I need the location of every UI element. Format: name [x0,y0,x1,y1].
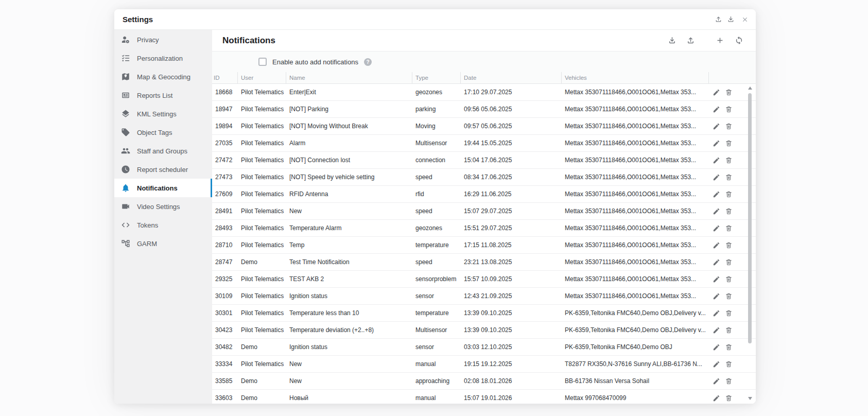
table-row[interactable]: 28710 Pilot Telematics Temp temperature … [212,237,756,254]
sidebar-item-notifications[interactable]: Notifications [114,179,212,197]
cell-type: rfid [412,190,461,198]
sidebar-item-reports-list[interactable]: Reports List [114,86,212,105]
table-scrollbar[interactable] [748,85,752,402]
download-icon[interactable] [668,36,676,45]
edit-icon[interactable] [713,292,720,300]
table-row[interactable]: 33585 Demo New approaching 02:08 18.01.2… [212,373,756,390]
table-row[interactable]: 33334 Pilot Telematics New manual 19:15 … [212,356,756,373]
delete-icon[interactable] [725,343,733,351]
sidebar-item-privacy[interactable]: Privacy [114,30,212,49]
cell-name: Temperature deviation (+2..+8) [286,326,412,334]
sidebar-item-personalization[interactable]: Personalization [114,49,212,67]
column-header-id[interactable]: ID [212,72,238,83]
panel-header: Notifications [212,30,756,51]
scroll-up-icon[interactable] [748,86,752,90]
cell-type: manual [412,360,461,368]
table-row[interactable]: 19894 Pilot Telematics [NOT] Moving With… [212,118,756,135]
delete-icon[interactable] [725,292,733,300]
cell-id: 27473 [212,174,238,181]
edit-icon[interactable] [713,140,720,147]
delete-icon[interactable] [725,207,733,215]
delete-icon[interactable] [725,123,733,130]
column-header-type[interactable]: Type [412,72,461,83]
cell-date: 02:08 18.01.2026 [461,377,562,385]
delete-icon[interactable] [725,190,733,198]
upload-icon[interactable] [686,36,695,45]
delete-icon[interactable] [725,241,733,249]
delete-icon[interactable] [725,140,733,147]
edit-icon[interactable] [713,258,720,266]
table-row[interactable]: 29325 Pilot Telematics TEST AKB 2 sensor… [212,271,756,288]
edit-icon[interactable] [713,190,720,198]
sidebar-item-garm[interactable]: GARM [114,234,212,253]
table-row[interactable]: 33603 Demo Новый manual 15:07 19.01.2026… [212,390,756,404]
sidebar-item-staff-groups[interactable]: Staff and Groups [114,142,212,160]
edit-icon[interactable] [713,106,720,113]
delete-icon[interactable] [725,377,733,385]
delete-icon[interactable] [725,275,733,283]
delete-icon[interactable] [725,106,733,113]
scrollbar-thumb[interactable] [748,93,752,343]
edit-icon[interactable] [713,394,720,402]
delete-icon[interactable] [725,224,733,232]
table-row[interactable]: 27472 Pilot Telematics [NOT] Connection … [212,152,756,169]
sidebar-item-tokens[interactable]: Tokens [114,216,212,234]
edit-icon[interactable] [713,377,720,385]
delete-icon[interactable] [725,89,733,96]
table-row[interactable]: 28493 Pilot Telematics Temperature Alarm… [212,220,756,237]
table-body: 18668 Pilot Telematics Enter|Exit geozon… [212,84,756,404]
cell-id: 18947 [212,106,238,113]
table-row[interactable]: 27609 Pilot Telematics RFID Antenna rfid… [212,186,756,203]
delete-icon[interactable] [725,326,733,334]
table-row[interactable]: 30301 Pilot Telematics Temperature less … [212,305,756,322]
edit-icon[interactable] [713,326,720,334]
table-row[interactable]: 27473 Pilot Telematics [NOT] Speed by ve… [212,169,756,186]
edit-icon[interactable] [713,343,720,351]
help-icon[interactable]: ? [364,58,372,66]
delete-icon[interactable] [725,309,733,317]
add-icon[interactable] [716,36,724,45]
column-header-user[interactable]: User [238,72,286,83]
sidebar-item-report-scheduler[interactable]: Report scheduler [114,160,212,179]
sidebar-item-label: KML Settings [137,110,177,118]
edit-icon[interactable] [713,157,720,164]
tag-icon [121,128,130,137]
table-row[interactable]: 30482 Demo Ignition status sensor 03:03 … [212,339,756,356]
table-row[interactable]: 18947 Pilot Telematics [NOT] Parking par… [212,101,756,118]
scroll-down-icon[interactable] [748,397,752,400]
edit-icon[interactable] [713,360,720,368]
delete-icon[interactable] [725,394,733,402]
cell-user: Pilot Telematics [238,89,286,96]
column-header-vehicles[interactable]: Vehicles [562,72,709,83]
table-row[interactable]: 28747 Demo Test Time Notificaition speed… [212,254,756,271]
delete-icon[interactable] [725,174,733,181]
delete-icon[interactable] [725,258,733,266]
sidebar-item-video-settings[interactable]: Video Settings [114,197,212,216]
table-row[interactable]: 27035 Pilot Telematics Alarm Multisensor… [212,135,756,152]
edit-icon[interactable] [713,207,720,215]
download-icon[interactable] [727,15,735,23]
table-row[interactable]: 30109 Pilot Telematics Ignition status s… [212,288,756,305]
column-header-date[interactable]: Date [461,72,562,83]
edit-icon[interactable] [713,174,720,181]
sidebar-item-kml-settings[interactable]: KML Settings [114,105,212,123]
refresh-icon[interactable] [735,36,743,45]
sidebar-item-object-tags[interactable]: Object Tags [114,123,212,142]
cell-date: 09:56 05.06.2025 [461,106,562,113]
edit-icon[interactable] [713,309,720,317]
edit-icon[interactable] [713,241,720,249]
edit-icon[interactable] [713,123,720,130]
edit-icon[interactable] [713,224,720,232]
edit-icon[interactable] [713,275,720,283]
close-icon[interactable] [741,16,749,23]
sidebar-item-map-geocoding[interactable]: Map & Geocoding [114,67,212,86]
edit-icon[interactable] [713,89,720,96]
delete-icon[interactable] [725,157,733,164]
delete-icon[interactable] [725,360,733,368]
table-row[interactable]: 28491 Pilot Telematics New speed 15:07 2… [212,203,756,220]
table-row[interactable]: 30423 Pilot Telematics Temperature devia… [212,322,756,339]
auto-add-checkbox[interactable] [258,58,267,66]
column-header-name[interactable]: Name [286,72,412,83]
table-row[interactable]: 18668 Pilot Telematics Enter|Exit geozon… [212,84,756,101]
upload-icon[interactable] [715,15,722,23]
